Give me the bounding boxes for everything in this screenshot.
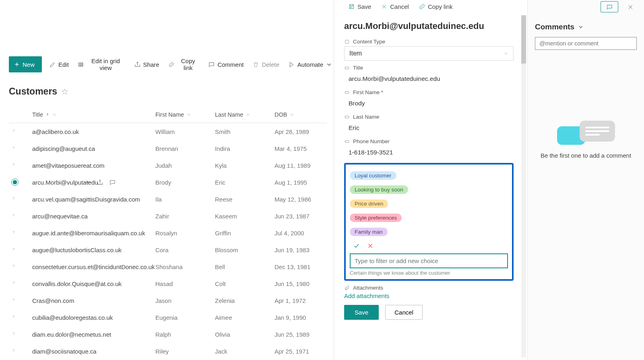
row-selector[interactable] — [9, 146, 31, 151]
comment-icon[interactable] — [109, 179, 116, 186]
choice-filter-input[interactable] — [350, 253, 508, 268]
table-row[interactable]: diam@sociisnatoque.caRileyJackApr 25, 19… — [9, 343, 327, 360]
row-dob: Apr 25, 1971 — [275, 348, 327, 355]
choice-option[interactable]: Family man — [350, 225, 508, 239]
choice-pill: Style preferences — [350, 214, 402, 222]
command-bar: New Edit Edit in grid view Share Copy li… — [9, 56, 334, 72]
comments-toggle[interactable] — [601, 1, 618, 12]
grid-edit-button[interactable]: Edit in grid view — [76, 56, 127, 72]
close-icon[interactable] — [367, 242, 374, 249]
favorite-star-icon[interactable] — [61, 88, 68, 95]
edit-button[interactable]: Edit — [47, 56, 70, 72]
col-dob-header[interactable]: DOB — [275, 111, 327, 118]
row-selector[interactable] — [9, 315, 31, 320]
automate-button[interactable]: Automate — [287, 56, 334, 72]
close-panel-button[interactable] — [621, 1, 639, 12]
add-attachments-link[interactable]: Add attachments — [344, 292, 514, 299]
panel-save-button[interactable]: Save — [347, 0, 373, 15]
col-first-header[interactable]: First Name — [155, 111, 215, 118]
copylink-button[interactable]: Copy link — [167, 56, 201, 72]
choice-option[interactable]: Loyal customer — [350, 169, 508, 183]
radio-checked-icon[interactable] — [11, 179, 19, 186]
check-icon[interactable] — [353, 242, 360, 249]
new-button[interactable]: New — [9, 56, 42, 72]
last-value[interactable]: Eric — [344, 121, 514, 134]
field-phone: Phone Number 1-618-159-3521 — [344, 138, 514, 159]
scroll-thumb[interactable] — [521, 15, 526, 64]
row-title: a@aclibero.co.uk — [31, 128, 155, 135]
col-title-header[interactable]: Title — [31, 111, 155, 118]
row-selector[interactable] — [9, 129, 31, 134]
share-icon[interactable] — [97, 179, 103, 186]
row-dob: Apr 1, 1972 — [275, 297, 327, 304]
table-row[interactable]: consectetuer.cursus.et@tinciduntDonec.co… — [9, 258, 327, 275]
table-row[interactable]: diam.eu.dolor@necmetus.netRalphOliviaJun… — [9, 326, 327, 343]
row-dob: Jun 25, 1989 — [275, 331, 327, 338]
shared-indicator-icon — [11, 230, 16, 235]
more-icon[interactable] — [85, 182, 91, 183]
table-row[interactable]: augue.id.ante@liberomaurisaliquam.co.ukR… — [9, 224, 327, 241]
list-title: Customers — [9, 86, 57, 97]
phone-value[interactable]: 1-618-159-3521 — [344, 146, 514, 159]
panel-body: arcu.Morbi@vulputateduinec.edu Content T… — [334, 14, 527, 328]
delete-button[interactable]: Delete — [251, 56, 281, 72]
shared-indicator-icon — [11, 349, 16, 354]
shared-indicator-icon — [11, 214, 16, 218]
choice-option[interactable]: Looking to buy soon — [350, 183, 508, 197]
row-title: arcu.vel.quam@sagittisDuisgravida.com — [31, 196, 155, 203]
table-row[interactable]: arcu.vel.quam@sagittisDuisgravida.comIla… — [9, 191, 327, 208]
comments-panel: Comments Be the first one to add a comme… — [527, 0, 644, 360]
comment-input[interactable] — [535, 37, 637, 50]
chevron-down-icon — [186, 112, 191, 117]
table-row[interactable]: arcu.Morbi@vulputatedu...BrodyEricAug 1,… — [9, 174, 327, 191]
first-value[interactable]: Brody — [344, 97, 514, 110]
row-selector[interactable] — [9, 214, 31, 218]
table-row[interactable]: cubilia@eudoloregestas.co.ukEugeniaAimee… — [9, 309, 327, 326]
row-selector[interactable] — [9, 179, 31, 186]
panel-copylink-button[interactable]: Copy link — [417, 0, 454, 15]
table-row[interactable]: adipiscing@augueut.caBrennanIndiraMar 4,… — [9, 140, 327, 157]
footer-save-button[interactable]: Save — [344, 305, 379, 320]
panel-cancel-button[interactable]: Cancel — [379, 0, 411, 15]
table-row[interactable]: a@aclibero.co.ukWilliamSmithApr 28, 1989 — [9, 123, 327, 140]
field-first-name: First Name * Brody — [344, 89, 514, 110]
table-row[interactable]: amet@vitaeposuereat.comJudahKylaAug 11, … — [9, 157, 327, 174]
row-selector[interactable] — [9, 332, 31, 337]
row-last-name: Smith — [215, 128, 275, 135]
row-selector[interactable] — [9, 281, 31, 286]
comment-button[interactable]: Comment — [206, 56, 245, 72]
svg-rect-4 — [345, 91, 349, 93]
table-row[interactable]: arcu@nequevitae.caZahirKaseemJun 23, 198… — [9, 208, 327, 224]
empty-illustration — [528, 121, 644, 145]
share-button[interactable]: Share — [132, 56, 161, 72]
row-selector[interactable] — [9, 264, 31, 269]
row-first-name: Cora — [155, 247, 215, 253]
choice-option[interactable]: Price driven — [350, 197, 508, 211]
share-icon — [134, 61, 141, 68]
table-row[interactable]: Cras@non.comJasonZeleniaApr 1, 1972 — [9, 292, 327, 309]
content-type-value: Item — [349, 50, 362, 57]
row-selector[interactable] — [9, 197, 31, 202]
footer-cancel-button[interactable]: Cancel — [385, 305, 423, 320]
row-selector[interactable] — [9, 230, 31, 235]
row-selector[interactable] — [9, 163, 31, 168]
choice-pill: Price driven — [350, 200, 388, 208]
svg-rect-1 — [350, 5, 354, 9]
shared-indicator-icon — [11, 264, 16, 269]
content-type-select[interactable]: Item — [344, 46, 514, 61]
row-dob: Jan 9, 1990 — [275, 314, 327, 321]
title-value[interactable]: arcu.Morbi@vulputateduinec.edu — [344, 72, 514, 85]
comments-heading[interactable]: Comments — [535, 23, 637, 31]
table-row[interactable]: augue@luctuslobortisClass.co.ukCoraBloss… — [9, 241, 327, 258]
item-heading: arcu.Morbi@vulputateduinec.edu — [344, 21, 514, 31]
row-selector[interactable] — [9, 298, 31, 303]
text-icon — [344, 139, 350, 144]
title-label: Title — [353, 65, 363, 71]
panel-scrollbar[interactable] — [521, 15, 526, 358]
col-last-header[interactable]: Last Name — [215, 111, 275, 118]
row-selector[interactable] — [9, 349, 31, 354]
choice-option[interactable]: Style preferences — [350, 211, 508, 225]
automate-label: Automate — [297, 61, 323, 68]
row-selector[interactable] — [9, 247, 31, 252]
table-row[interactable]: convallis.dolor.Quisque@at.co.ukHasadCol… — [9, 275, 327, 292]
